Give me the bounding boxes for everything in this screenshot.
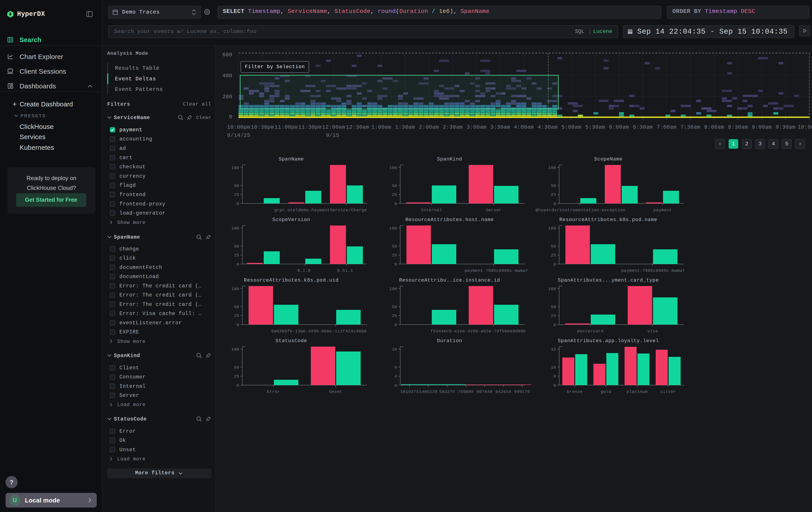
svg-text:silver: silver [660,389,676,394]
svg-text:0: 0 [553,262,556,267]
svg-text:100: 100 [389,165,397,170]
svg-text:platinum: platinum [626,389,647,394]
svg-text:0: 0 [237,323,239,327]
svg-text:11:00pm: 11:00pm [274,124,298,130]
svg-text:5e02b5fb-13ae-4296-bbbc-111f42: 5e02b5fb-13ae-4296-bbbc-111f423c460d [271,329,367,334]
svg-text:ScopeName: ScopeName [594,157,622,162]
svg-text:100: 100 [231,347,239,352]
svg-text:SpanAttributes...yment.card_ty: SpanAttributes...yment.card_type [558,277,659,283]
svg-text:999176: 999176 [514,389,530,394]
svg-text:ResourceAttributes.k8s.pod.nam: ResourceAttributes.k8s.pod.name [559,217,657,223]
svg-text:Unset: Unset [329,389,342,394]
svg-text:ResourceAttributes.k8s.pod.uid: ResourceAttributes.k8s.pod.uid [244,277,339,283]
svg-text:11:30pm: 11:30pm [298,124,321,130]
svg-text:25: 25 [234,314,239,318]
svg-text:50: 50 [551,304,556,309]
svg-text:SpanAttributes.app.loyalty.lev: SpanAttributes.app.loyalty.level [558,338,659,344]
svg-text:50: 50 [234,183,239,188]
svg-text:0: 0 [237,201,239,206]
svg-text:50: 50 [234,244,239,249]
svg-text:100: 100 [389,287,397,291]
svg-text:10:30pm: 10:30pm [251,124,274,130]
svg-text:Internal: Internal [421,208,442,213]
svg-text:8: 8 [395,365,397,370]
svg-text:100: 100 [231,165,239,170]
svg-text:Server: Server [486,208,501,213]
svg-text:50: 50 [551,244,556,249]
svg-text:8:00am: 8:00am [704,124,724,130]
svg-text:100: 100 [548,287,556,291]
svg-text:@hyperdx/instrumentation-excep: @hyperdx/instrumentation-exception [535,208,626,213]
svg-text:759085: 759085 [458,389,473,394]
svg-text:0: 0 [553,201,556,206]
svg-text:25: 25 [551,192,556,197]
svg-text:1405128: 1405128 [419,389,437,394]
svg-text:16: 16 [551,365,556,370]
svg-text:Error: Error [267,389,280,394]
svg-text:12:00am: 12:00am [322,124,345,130]
svg-text:50: 50 [392,244,397,249]
svg-text:25: 25 [392,314,397,318]
svg-text:16: 16 [392,347,397,352]
svg-text:bronze: bronze [567,389,583,394]
svg-text:100: 100 [231,226,239,231]
svg-text:25: 25 [234,253,239,258]
svg-text:StatusCode: StatusCode [276,338,307,344]
svg-text:ResourceAttributes.host.name: ResourceAttributes.host.name [405,217,494,223]
svg-text:842654: 842654 [495,389,511,394]
svg-text:8: 8 [553,374,556,379]
svg-text:10:00pm: 10:00pm [227,124,250,130]
svg-text:0: 0 [395,383,397,388]
svg-text:9/14/25: 9/14/25 [227,132,250,138]
svg-text:0: 0 [395,262,397,267]
svg-text:25: 25 [234,192,239,197]
svg-text:0: 0 [553,323,556,327]
svg-text:0: 0 [237,262,239,267]
svg-text:25: 25 [551,253,556,258]
svg-text:100: 100 [231,287,239,291]
svg-text:25: 25 [392,192,397,197]
svg-text:0: 0 [395,201,397,206]
svg-text:Duration: Duration [437,338,462,344]
svg-text:payment-7985c8969c-mwmw7: payment-7985c8969c-mwmw7 [464,268,528,273]
svg-text:32: 32 [551,347,556,352]
svg-text:4:00am: 4:00am [514,124,533,130]
svg-text:6:00am: 6:00am [609,124,629,130]
svg-text:0: 0 [395,323,397,327]
svg-text:7:00am: 7:00am [657,124,676,130]
svg-text:5:30am: 5:30am [585,124,605,130]
svg-text:0: 0 [237,383,239,388]
svg-text:9:00am: 9:00am [752,124,772,130]
svg-text:1:00am: 1:00am [371,124,391,130]
svg-text:0: 0 [229,114,232,120]
svg-text:807648: 807648 [476,389,492,394]
svg-text:payment: payment [653,208,672,213]
svg-text:50: 50 [392,304,397,309]
svg-text:12:30am: 12:30am [346,124,369,130]
svg-text:5:00am: 5:00am [561,124,581,130]
svg-text:9/15: 9/15 [326,132,339,138]
svg-text:6:30am: 6:30am [633,124,652,130]
svg-text:2:00am: 2:00am [419,124,439,130]
svg-text:1:30am: 1:30am [395,124,415,130]
svg-text:4:30am: 4:30am [538,124,557,130]
svg-text:ScopeVersion: ScopeVersion [272,217,310,223]
svg-text:25: 25 [551,314,556,318]
svg-text:0: 0 [553,383,556,388]
svg-text:7:30am: 7:30am [680,124,700,130]
svg-text:9:30am: 9:30am [776,124,795,130]
svg-text:50: 50 [551,183,556,188]
svg-text:2:30am: 2:30am [443,124,462,130]
svg-text:50: 50 [392,183,397,188]
svg-text:400: 400 [222,73,232,79]
svg-text:600: 600 [222,52,232,58]
svg-text:100: 100 [548,165,556,170]
svg-text:ResourceAttribu..ice.instance.: ResourceAttribu..ice.instance.id [399,277,500,283]
svg-text:0.51.1: 0.51.1 [337,268,353,273]
svg-text:8:30am: 8:30am [728,124,748,130]
svg-text:4: 4 [395,374,397,379]
svg-text:0.1.0: 0.1.0 [297,268,311,273]
svg-text:grpc.oteldemo.PaymentService/C: grpc.oteldemo.PaymentService/Charge [274,208,367,213]
svg-text:mastercard: mastercard [577,329,604,334]
svg-text:SpanKind: SpanKind [437,157,462,162]
